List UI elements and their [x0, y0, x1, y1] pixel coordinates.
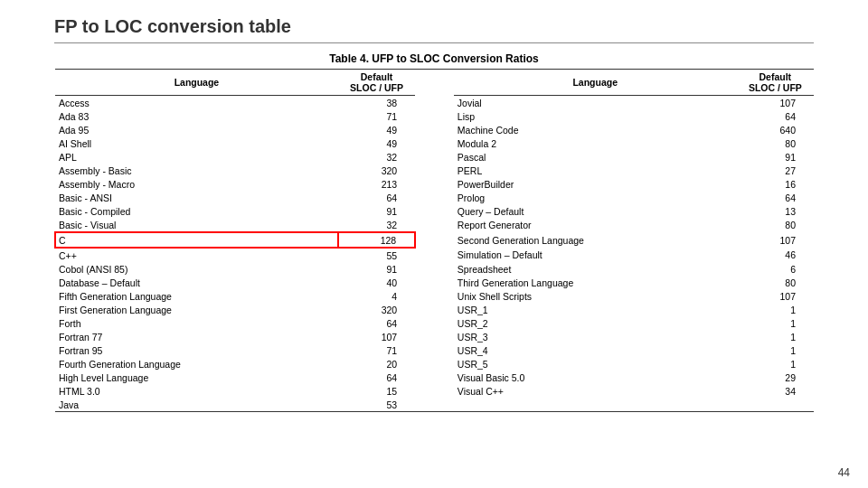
right-sloc-cell: 1: [737, 316, 814, 330]
left-lang-cell: Basic - Visual: [55, 218, 338, 232]
left-sloc-cell: 91: [338, 204, 415, 218]
right-lang-cell: Second Generation Language: [454, 232, 737, 248]
left-lang-cell: C++: [55, 248, 338, 262]
table-row: Basic - Visual 32 Report Generator 80: [55, 218, 814, 232]
right-lang-cell: Unix Shell Scripts: [454, 289, 737, 303]
right-sloc-cell: 80: [737, 276, 814, 289]
right-lang-cell: Modula 2: [454, 136, 737, 150]
table-title: Table 4. UFP to SLOC Conversion Ratios: [54, 52, 814, 65]
table-row: Ada 95 49 Machine Code 640: [55, 123, 814, 136]
table-row: Fifth Generation Language 4 Unix Shell S…: [55, 289, 814, 303]
left-sloc-cell: 213: [338, 177, 415, 191]
page-number: 44: [838, 466, 850, 479]
table-row: Fortran 95 71 USR_4 1: [55, 343, 814, 357]
left-lang-cell: Assembly - Macro: [55, 177, 338, 191]
right-lang-cell: PowerBuilder: [454, 177, 737, 191]
left-lang-cell: Access: [55, 96, 338, 110]
table-row: High Level Language 64 Visual Basic 5.0 …: [55, 371, 814, 384]
right-sloc-cell: 64: [737, 109, 814, 123]
left-lang-cell: Ada 95: [55, 123, 338, 136]
page-title: FP to LOC conversion table: [0, 0, 868, 42]
right-sloc-cell: [737, 398, 814, 412]
right-sloc-cell: 1: [737, 357, 814, 371]
table-row: AI Shell 49 Modula 2 80: [55, 136, 814, 150]
left-lang-cell: Assembly - Basic: [55, 164, 338, 177]
conversion-table: Language Default SLOC / UFP Language Def…: [54, 69, 814, 412]
right-sloc-cell: 80: [737, 218, 814, 232]
left-sloc-cell: 38: [338, 96, 415, 110]
left-lang-cell: Database – Default: [55, 276, 338, 289]
table-row: Forth 64 USR_2 1: [55, 316, 814, 330]
table-row: Fourth Generation Language 20 USR_5 1: [55, 357, 814, 371]
right-sloc-cell: 1: [737, 303, 814, 316]
right-sloc-cell: 27: [737, 164, 814, 177]
right-sloc-cell: 29: [737, 371, 814, 384]
table-row: First Generation Language 320 USR_1 1: [55, 303, 814, 316]
right-sloc-cell: 107: [737, 289, 814, 303]
left-lang-cell: AI Shell: [55, 136, 338, 150]
left-sloc-cell: 64: [338, 191, 415, 204]
left-lang-cell: C: [55, 232, 338, 248]
right-lang-cell: [454, 398, 737, 412]
table-row: Database – Default 40 Third Generation L…: [55, 276, 814, 289]
left-lang-cell: Fortran 95: [55, 343, 338, 357]
table-row: C 128 Second Generation Language 107: [55, 232, 814, 248]
table-row: Assembly - Basic 320 PERL 27: [55, 164, 814, 177]
right-sloc-cell: 80: [737, 136, 814, 150]
right-lang-cell: USR_3: [454, 330, 737, 343]
table-row: Basic - ANSI 64 Prolog 64: [55, 191, 814, 204]
table-row: Java 53: [55, 398, 814, 412]
right-sloc-cell: 640: [737, 123, 814, 136]
table-row: Assembly - Macro 213 PowerBuilder 16: [55, 177, 814, 191]
right-sloc-cell: 16: [737, 177, 814, 191]
table-row: Cobol (ANSI 85) 91 Spreadsheet 6: [55, 262, 814, 276]
left-sloc-cell: 49: [338, 136, 415, 150]
left-lang-cell: First Generation Language: [55, 303, 338, 316]
right-lang-cell: Visual Basic 5.0: [454, 371, 737, 384]
left-lang-cell: HTML 3.0: [55, 384, 338, 398]
left-lang-cell: Ada 83: [55, 109, 338, 123]
left-lang-cell: Fifth Generation Language: [55, 289, 338, 303]
right-lang-cell: Machine Code: [454, 123, 737, 136]
left-lang-header: Language: [55, 70, 338, 96]
right-lang-cell: PERL: [454, 164, 737, 177]
right-sloc-cell: 1: [737, 343, 814, 357]
left-sloc-cell: 91: [338, 262, 415, 276]
left-lang-cell: Fortran 77: [55, 330, 338, 343]
left-sloc-cell: 15: [338, 384, 415, 398]
title-divider: [54, 42, 814, 43]
left-lang-cell: High Level Language: [55, 371, 338, 384]
right-lang-cell: USR_4: [454, 343, 737, 357]
right-lang-cell: USR_5: [454, 357, 737, 371]
left-sloc-cell: 71: [338, 109, 415, 123]
left-lang-cell: APL: [55, 150, 338, 164]
left-sloc-cell: 64: [338, 371, 415, 384]
table-body: Access 38 Jovial 107 Ada 83 71 Lisp 64 A…: [55, 96, 814, 412]
left-sloc-cell: 64: [338, 316, 415, 330]
table-row: C++ 55 Simulation – Default 46: [55, 248, 814, 262]
table-row: APL 32 Pascal 91: [55, 150, 814, 164]
left-lang-cell: Basic - Compiled: [55, 204, 338, 218]
right-lang-cell: Query – Default: [454, 204, 737, 218]
right-sloc-cell: 6: [737, 262, 814, 276]
left-sloc-cell: 320: [338, 303, 415, 316]
left-sloc-cell: 320: [338, 164, 415, 177]
right-sloc-cell: 1: [737, 330, 814, 343]
right-lang-cell: Simulation – Default: [454, 248, 737, 262]
table-row: Fortran 77 107 USR_3 1: [55, 330, 814, 343]
left-sloc-cell: 71: [338, 343, 415, 357]
right-lang-cell: Third Generation Language: [454, 276, 737, 289]
left-sloc-cell: 53: [338, 398, 415, 412]
left-lang-cell: Forth: [55, 316, 338, 330]
table-row: Access 38 Jovial 107: [55, 96, 814, 110]
left-sloc-cell: 55: [338, 248, 415, 262]
right-sloc-cell: 46: [737, 248, 814, 262]
right-sloc-cell: 13: [737, 204, 814, 218]
left-sloc-cell: 32: [338, 218, 415, 232]
table-wrapper: Table 4. UFP to SLOC Conversion Ratios L…: [0, 52, 868, 412]
right-lang-cell: USR_2: [454, 316, 737, 330]
left-sloc-cell: 128: [338, 232, 415, 248]
left-lang-cell: Basic - ANSI: [55, 191, 338, 204]
right-lang-cell: Pascal: [454, 150, 737, 164]
right-lang-cell: Spreadsheet: [454, 262, 737, 276]
